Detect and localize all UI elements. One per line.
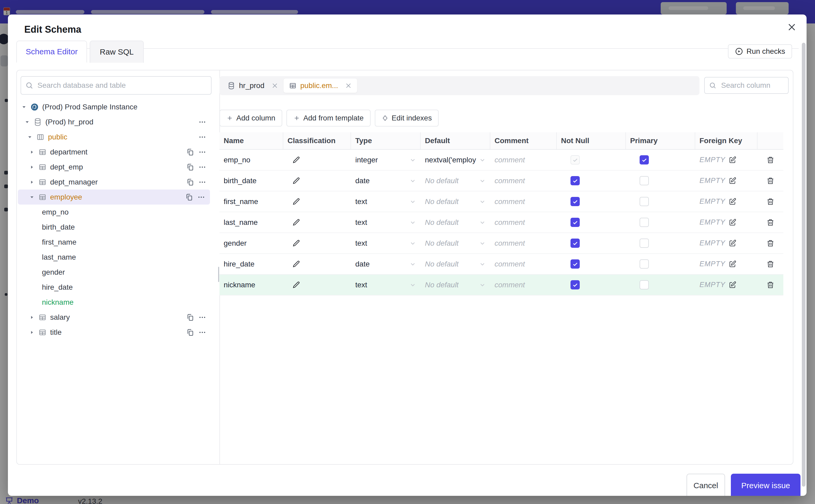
more-icon[interactable] [197, 193, 206, 202]
preview-issue-button[interactable]: Preview issue [731, 474, 800, 496]
tree-item-public[interactable]: public [17, 129, 211, 144]
tree-item-dept-emp[interactable]: dept_emp [17, 159, 211, 175]
tree-item-column-nickname[interactable]: nickname [17, 295, 211, 310]
chevron-down-icon[interactable] [479, 281, 486, 289]
chevron-down-icon[interactable] [479, 260, 486, 268]
modal-scrollbar[interactable] [802, 43, 806, 487]
trash-icon[interactable] [758, 254, 783, 274]
edit-icon[interactable] [729, 156, 736, 164]
comment-input[interactable] [495, 177, 553, 185]
tab-schema-editor[interactable]: Schema Editor [16, 41, 87, 63]
foreign-key-cell[interactable]: EMPTY [695, 254, 758, 274]
more-icon[interactable] [198, 133, 207, 142]
edit-icon[interactable] [729, 219, 736, 226]
tab-chip-hr-prod[interactable]: hr_prod [222, 79, 283, 93]
trash-icon[interactable] [758, 171, 783, 191]
type-select[interactable]: date [351, 254, 421, 274]
not-null-checkbox[interactable] [571, 280, 580, 289]
not-null-checkbox[interactable] [571, 218, 580, 227]
cancel-button[interactable]: Cancel [687, 474, 725, 496]
more-icon[interactable] [198, 148, 207, 157]
edit-icon[interactable] [729, 281, 736, 289]
database-search-input[interactable] [21, 76, 211, 95]
comment-input[interactable] [495, 156, 553, 164]
trash-icon[interactable] [758, 233, 783, 253]
tree-item-dept-manager[interactable]: dept_manager [17, 175, 211, 190]
not-null-checkbox[interactable] [571, 197, 580, 206]
column-name-cell[interactable]: last_name [219, 212, 283, 232]
add-column-button[interactable]: Add column [219, 110, 282, 127]
foreign-key-cell[interactable]: EMPTY [695, 212, 758, 232]
chevron-down-icon[interactable] [479, 219, 486, 226]
comment-input[interactable] [495, 218, 553, 227]
edit-icon[interactable] [729, 239, 736, 247]
primary-checkbox[interactable] [640, 218, 649, 227]
copy-icon[interactable] [186, 148, 195, 157]
copy-icon[interactable] [186, 313, 195, 322]
foreign-key-cell[interactable]: EMPTY [695, 191, 758, 212]
pencil-icon[interactable] [287, 177, 300, 185]
tree-item-column-first-name[interactable]: first_name [17, 235, 211, 250]
default-select[interactable]: No default [421, 254, 490, 274]
chevron-down-icon[interactable] [409, 260, 417, 268]
tree-item-employee[interactable]: employee [18, 190, 210, 205]
chevron-down-icon[interactable] [409, 240, 417, 247]
comment-input[interactable] [495, 260, 553, 268]
caret-right-icon[interactable] [29, 314, 35, 320]
type-select[interactable]: text [351, 212, 421, 232]
default-select[interactable]: nextval('employ [421, 150, 490, 170]
caret-right-icon[interactable] [29, 149, 35, 155]
chevron-down-icon[interactable] [409, 281, 417, 289]
tree-item-column-hire-date[interactable]: hire_date [17, 280, 211, 295]
tree-item-hr-prod[interactable]: (Prod) hr_prod [17, 114, 211, 129]
copy-icon[interactable] [186, 328, 195, 337]
foreign-key-cell[interactable]: EMPTY [695, 275, 758, 295]
default-select[interactable]: No default [421, 275, 490, 295]
primary-checkbox[interactable] [640, 197, 649, 206]
edit-indexes-button[interactable]: Edit indexes [375, 110, 439, 127]
comment-input[interactable] [495, 197, 553, 206]
column-name-cell[interactable]: first_name [219, 191, 283, 212]
primary-checkbox[interactable] [640, 259, 649, 269]
default-select[interactable]: No default [421, 171, 490, 191]
edit-icon[interactable] [729, 260, 736, 268]
close-icon[interactable] [785, 20, 799, 34]
more-icon[interactable] [198, 178, 207, 187]
not-null-checkbox[interactable] [571, 176, 580, 185]
chevron-down-icon[interactable] [409, 198, 417, 205]
tree-item-column-last-name[interactable]: last_name [17, 250, 211, 265]
comment-input[interactable] [495, 281, 553, 289]
tab-raw-sql[interactable]: Raw SQL [90, 41, 144, 63]
caret-down-icon[interactable] [27, 134, 33, 140]
trash-icon[interactable] [758, 275, 783, 295]
tree-item-column-emp-no[interactable]: emp_no [17, 205, 211, 220]
run-checks-button[interactable]: Run checks [728, 44, 792, 59]
tree-item-salary[interactable]: salary [17, 310, 211, 325]
default-select[interactable]: No default [421, 191, 490, 212]
pencil-icon[interactable] [287, 219, 300, 226]
close-icon[interactable] [271, 82, 278, 89]
copy-icon[interactable] [186, 163, 195, 172]
type-select[interactable]: text [351, 191, 421, 212]
type-select[interactable]: text [351, 275, 421, 295]
edit-icon[interactable] [729, 177, 736, 185]
foreign-key-cell[interactable]: EMPTY [695, 233, 758, 253]
chevron-down-icon[interactable] [409, 219, 417, 226]
default-select[interactable]: No default [421, 233, 490, 253]
column-name-cell[interactable]: hire_date [219, 254, 283, 274]
tab-chip-public-employee[interactable]: public.em... [283, 79, 357, 93]
caret-right-icon[interactable] [29, 329, 35, 335]
trash-icon[interactable] [758, 212, 783, 232]
caret-down-icon[interactable] [29, 194, 35, 200]
pencil-icon[interactable] [287, 156, 300, 164]
primary-checkbox[interactable] [640, 155, 649, 164]
more-icon[interactable] [198, 163, 207, 172]
chevron-down-icon[interactable] [479, 177, 486, 185]
more-icon[interactable] [198, 118, 207, 127]
primary-checkbox[interactable] [640, 280, 649, 289]
column-name-cell[interactable]: nickname [219, 275, 283, 295]
caret-down-icon[interactable] [21, 104, 27, 110]
not-null-checkbox[interactable] [571, 239, 580, 248]
not-null-checkbox[interactable] [571, 259, 580, 269]
primary-checkbox[interactable] [640, 239, 649, 248]
